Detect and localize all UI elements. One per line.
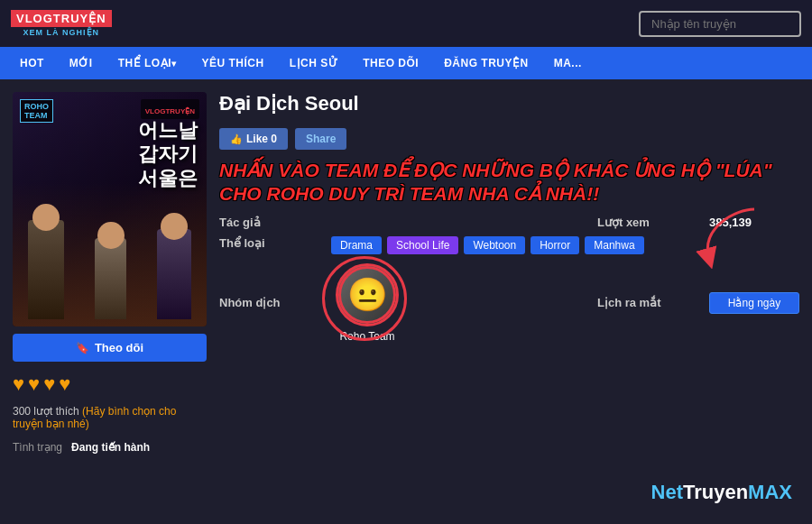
nav-the-loai[interactable]: THỂ LOẠI xyxy=(106,47,189,79)
cover-main-text: 어느날갑자기서울은 xyxy=(138,119,198,190)
watermark-net: Net xyxy=(651,481,683,503)
star-4[interactable]: ♥ xyxy=(59,372,70,396)
header: VLOGTRUYỆN XEM LÀ NGHIỆN xyxy=(0,0,812,47)
tag-webtoon[interactable]: Webtoon xyxy=(464,236,525,254)
views-value: 385,139 xyxy=(709,216,799,229)
char-2 xyxy=(95,238,126,319)
left-panel: ROHOTEAM VLOGTRUYỆN 어느날갑자기서울은 Theo dõi ♥… xyxy=(13,92,207,511)
likes-count: 300 lượt thích xyxy=(13,405,79,418)
cover-site-logo: VLOGTRUYỆN xyxy=(141,99,199,119)
translator-label: Nhóm dịch xyxy=(219,296,328,309)
translator-wrapper: 😐 Roho Team xyxy=(331,263,594,343)
right-panel: Đại Dịch Seoul Like 0 Share NHẤN VÀO TEA… xyxy=(219,92,799,511)
schedule-label: Lịch ra mắt xyxy=(597,296,706,309)
char-1 xyxy=(28,220,64,319)
face-icon: 😐 xyxy=(347,276,388,314)
tag-school[interactable]: School Life xyxy=(387,236,458,254)
nav-more[interactable]: MA... xyxy=(541,47,595,79)
watermark-truyen: Truyen xyxy=(683,481,748,503)
cover-characters xyxy=(13,182,207,326)
nav-dang-truyen[interactable]: ĐĂNG TRUYỆN xyxy=(431,47,541,79)
manga-title: Đại Dịch Seoul xyxy=(219,92,799,115)
logo: VLOGTRUYỆN XEM LÀ NGHIỆN xyxy=(11,10,112,37)
search-input[interactable] xyxy=(639,11,801,37)
watermark-max: MAX xyxy=(748,481,792,503)
logo-top: VLOGTRUYỆN xyxy=(11,10,112,27)
tag-manhwa[interactable]: Manhwa xyxy=(585,236,643,254)
status-row: Tình trạng Đang tiến hành xyxy=(13,441,207,454)
main-content: ROHOTEAM VLOGTRUYỆN 어느날갑자기서울은 Theo dõi ♥… xyxy=(0,79,812,524)
stars-row: ♥ ♥ ♥ ♥ xyxy=(13,372,207,396)
watermark: NetTruyenMAX xyxy=(651,481,792,504)
info-table: Tác giả Lượt xem 385,139 Thể loại Drama … xyxy=(219,216,799,254)
tag-horror[interactable]: Horror xyxy=(531,236,579,254)
translator-avatar[interactable]: 😐 xyxy=(336,263,399,326)
genre-label: Thể loại xyxy=(219,236,328,250)
navigation: HOT MỚI THỂ LOẠI YÊU THÍCH LỊCH SỬ THEO … xyxy=(0,47,812,79)
like-button[interactable]: Like 0 xyxy=(219,128,288,150)
cover-roho-label: ROHOTEAM xyxy=(20,99,53,123)
nav-moi[interactable]: MỚI xyxy=(57,47,106,79)
schedule-value-btn[interactable]: Hằng ngày xyxy=(709,292,799,314)
nav-theo-doi[interactable]: THEO DÕI xyxy=(350,47,431,79)
status-value: Đang tiến hành xyxy=(71,441,150,454)
translator-block: 😐 Roho Team xyxy=(331,263,403,343)
char-3 xyxy=(157,229,191,319)
views-label: Lượt xem xyxy=(597,216,706,229)
nav-yeu-thich[interactable]: YÊU THÍCH xyxy=(189,47,277,79)
logo-bottom: XEM LÀ NGHIỆN xyxy=(23,28,100,37)
star-3[interactable]: ♥ xyxy=(43,372,55,396)
nav-lich-su[interactable]: LỊCH SỬ xyxy=(277,47,351,79)
follow-button[interactable]: Theo dõi xyxy=(13,334,207,362)
star-2[interactable]: ♥ xyxy=(28,372,40,396)
nhom-dich-row: Nhóm dịch 😐 Roho Team Lịch ra mắt Hằng n… xyxy=(219,263,799,343)
likes-text: 300 lượt thích (Hãy bình chọn cho truyện… xyxy=(13,405,207,430)
announcement-text: NHẤN VÀO TEAM ĐỂ ĐỌC NHỮNG BỘ KHÁC ỦNG H… xyxy=(219,159,799,207)
star-1[interactable]: ♥ xyxy=(13,372,24,396)
translator-name: Roho Team xyxy=(339,330,394,343)
nav-hot[interactable]: HOT xyxy=(7,47,57,79)
book-cover: ROHOTEAM VLOGTRUYỆN 어느날갑자기서울은 xyxy=(13,92,207,326)
share-button[interactable]: Share xyxy=(295,128,346,150)
action-row: Like 0 Share xyxy=(219,128,799,150)
tag-drama[interactable]: Drama xyxy=(331,236,382,254)
tags-row: Drama School Life Webtoon Horror Manhwa xyxy=(331,236,799,254)
author-label: Tác giả xyxy=(219,216,328,229)
status-label: Tình trạng xyxy=(13,441,62,454)
